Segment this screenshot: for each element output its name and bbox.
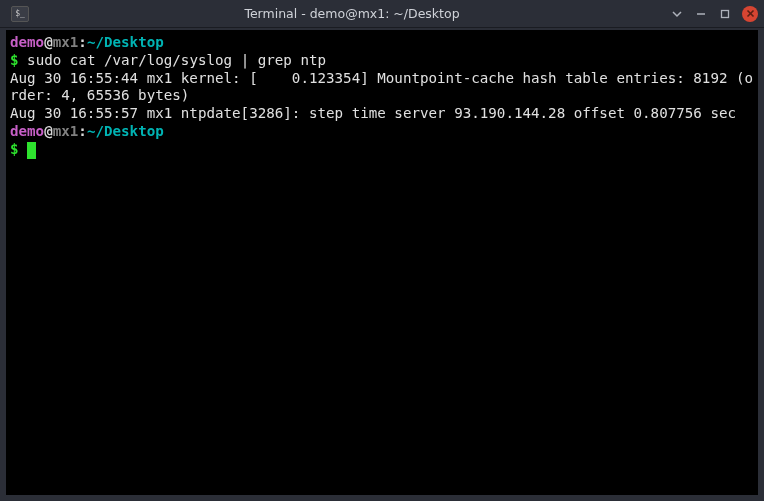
command-line: sudo cat /var/log/syslog | grep ntp [27,52,326,68]
terminal-icon: $_ [11,6,29,22]
prompt-at: @ [44,123,53,139]
prompt-symbol: $ [10,141,19,157]
maximize-button[interactable] [718,7,732,21]
prompt-host: mx1 [53,34,79,50]
output-line-1: Aug 30 16:55:44 mx1 kernel: [ 0.123354] … [10,70,753,104]
prompt-at: @ [44,34,53,50]
svg-rect-1 [722,10,729,17]
prompt-symbol: $ [10,52,19,68]
minimize-button[interactable] [694,7,708,21]
window-title: Terminal - demo@mx1: ~/Desktop [34,6,670,21]
window-controls [670,6,758,22]
prompt-path: ~/Desktop [87,34,164,50]
dropdown-button[interactable] [670,7,684,21]
titlebar[interactable]: $_ Terminal - demo@mx1: ~/Desktop [0,0,764,28]
output-line-2: Aug 30 16:55:57 mx1 ntpdate[3286]: step … [10,105,736,121]
terminal-window: $_ Terminal - demo@mx1: ~/Desktop demo@m… [0,0,764,501]
prompt-colon: : [78,34,87,50]
prompt-path: ~/Desktop [87,123,164,139]
close-button[interactable] [742,6,758,22]
prompt-host: mx1 [53,123,79,139]
prompt-user: demo [10,123,44,139]
terminal-body[interactable]: demo@mx1:~/Desktop $ sudo cat /var/log/s… [6,30,758,495]
titlebar-icon-area: $_ [6,4,34,24]
cursor [27,142,36,159]
prompt-user: demo [10,34,44,50]
prompt-colon: : [78,123,87,139]
